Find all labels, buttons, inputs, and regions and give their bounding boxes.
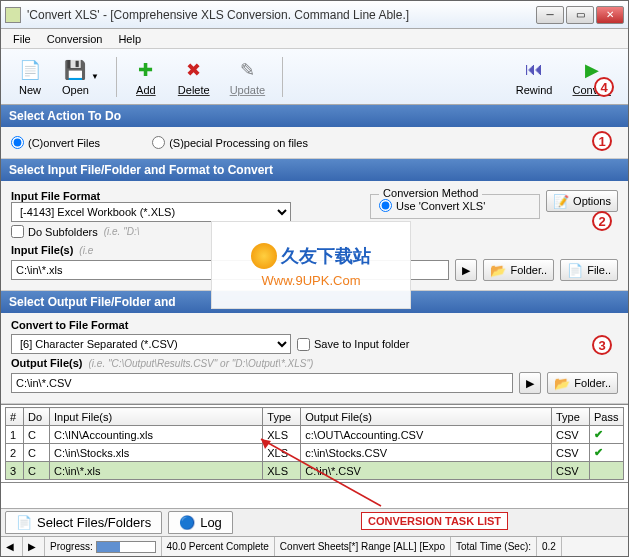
right-arrow-icon[interactable]: ▶ [28,541,36,552]
close-button[interactable]: ✕ [596,6,624,24]
file-icon: 📄 [567,263,583,278]
annotation-2: 2 [592,211,612,231]
window-title: 'Convert XLS' - [Comprehensive XLS Conve… [27,8,536,22]
play-icon: ▶ [526,377,534,390]
output-folder-button[interactable]: 📂Folder.. [547,372,618,394]
tab-row: 📄 Select Files/Folders 🔵 Log CONVERSION … [1,508,628,536]
menu-help[interactable]: Help [110,31,149,47]
open-button[interactable]: 💾 Open ▼ [53,53,108,101]
delete-button[interactable]: ✖ Delete [169,53,219,101]
files-icon: 📄 [16,515,32,530]
progress-bar [96,541,156,553]
col-pass[interactable]: Pass [590,408,624,426]
output-format-label: Convert to File Format [11,319,618,331]
col-output[interactable]: Output File(s) [301,408,552,426]
maximize-button[interactable]: ▭ [566,6,594,24]
left-arrow-icon[interactable]: ◀ [6,541,14,552]
rewind-icon: ⏮ [522,58,546,82]
statusbar: ◀ ▶ Progress: 40.0 Percent Complete Conv… [1,536,628,556]
pencil-icon: ✎ [235,58,259,82]
input-play-button[interactable]: ▶ [455,259,477,281]
titlebar: 'Convert XLS' - [Comprehensive XLS Conve… [1,1,628,29]
section2-header: Select Input File/Folder and Format to C… [1,159,628,181]
input-format-label: Input File Format [11,190,364,202]
annotation-3: 3 [592,335,612,355]
add-button[interactable]: ✚ Add [125,53,167,101]
log-icon: 🔵 [179,515,195,530]
minimize-button[interactable]: ─ [536,6,564,24]
conversion-method-group: Conversion Method Use 'Convert XLS' [370,194,540,219]
radio-special-processing[interactable]: (S)pecial Processing on files [152,136,308,149]
play-icon: ▶ [462,264,470,277]
watermark-overlay: 久友下载站 Www.9UPK.Com [211,221,411,309]
annotation-4: 4 [594,77,614,97]
convert-sheets-info: Convert Sheets[*] Range [ALL] [Expo [275,537,451,556]
rewind-button[interactable]: ⏮ Rewind [507,53,562,101]
col-type1[interactable]: Type [263,408,301,426]
do-subfolders-check[interactable]: Do Subfolders [11,225,98,238]
input-files-label: Input File(s) [11,244,73,256]
section1-panel: (C)onvert Files (S)pecial Processing on … [1,127,628,159]
col-num[interactable]: # [6,408,24,426]
radio-use-convert-xls[interactable]: Use 'Convert XLS' [379,199,531,212]
options-button[interactable]: 📝 Options [546,190,618,212]
app-icon [5,7,21,23]
menu-conversion[interactable]: Conversion [39,31,111,47]
output-files-label: Output File(s) [11,357,83,369]
time-label: Total Time (Sec): [456,541,531,552]
percent-complete: 40.0 Percent Complete [162,537,275,556]
plus-icon: ✚ [134,58,158,82]
col-do[interactable]: Do [24,408,50,426]
x-icon: ✖ [182,58,206,82]
col-type2[interactable]: Type [552,408,590,426]
tab-select-files[interactable]: 📄 Select Files/Folders [5,511,162,534]
table-row[interactable]: 2CC:\in\Stocks.xlsXLSc:\in\Stocks.CSVCSV… [6,444,624,462]
input-file-button[interactable]: 📄File.. [560,259,618,281]
table-row[interactable]: 1CC:\IN\Accounting.xlsXLSc:\OUT\Accounti… [6,426,624,444]
input-folder-button[interactable]: 📂Folder.. [483,259,554,281]
save-to-input-check[interactable]: Save to Input folder [297,338,409,351]
open-folder-icon: 💾 [63,58,87,82]
section3-panel: Convert to File Format [6] Character Sep… [1,313,628,404]
task-table-container: # Do Input File(s) Type Output File(s) T… [1,404,628,483]
toolbar: 📄 New 💾 Open ▼ ✚ Add ✖ Delete ✎ Update ⏮… [1,49,628,105]
section1-header: Select Action To Do [1,105,628,127]
folder-icon: 📂 [490,263,506,278]
annotation-task-list: CONVERSION TASK LIST [361,512,508,530]
new-doc-icon: 📄 [18,58,42,82]
task-table: # Do Input File(s) Type Output File(s) T… [5,407,624,480]
chevron-down-icon: ▼ [91,72,99,81]
new-button[interactable]: 📄 New [9,53,51,101]
annotation-1: 1 [592,131,612,151]
input-format-select[interactable]: [-4143] Excel Workbook (*.XLS) [11,202,291,222]
time-value: 0.2 [537,537,562,556]
app-window: 'Convert XLS' - [Comprehensive XLS Conve… [0,0,629,557]
output-format-select[interactable]: [6] Character Separated (*.CSV) [11,334,291,354]
col-input[interactable]: Input File(s) [50,408,263,426]
output-play-button[interactable]: ▶ [519,372,541,394]
folder-icon: 📂 [554,376,570,391]
gear-icon: 📝 [553,194,569,209]
update-button[interactable]: ✎ Update [221,53,274,101]
progress-label: Progress: [50,541,93,552]
menu-file[interactable]: File [5,31,39,47]
menubar: File Conversion Help [1,29,628,49]
table-row[interactable]: 3CC:\in\*.xlsXLSC:\in\*.CSVCSV [6,462,624,480]
tab-log[interactable]: 🔵 Log [168,511,233,534]
radio-convert-files[interactable]: (C)onvert Files [11,136,100,149]
output-files-field[interactable] [11,373,513,393]
